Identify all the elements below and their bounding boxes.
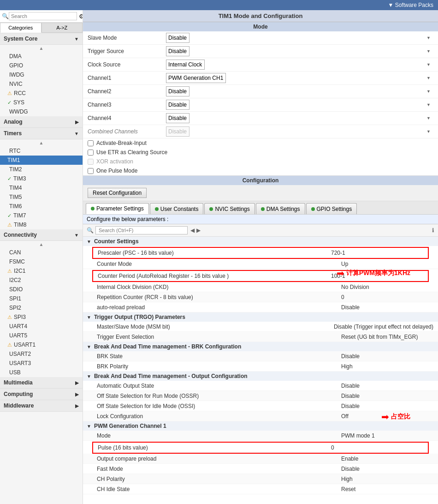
computing-arrow: ▶ bbox=[75, 392, 79, 397]
ossi-value: Disable bbox=[341, 403, 433, 409]
ossi-label: Off State Selection for Idle Mode (OSSI) bbox=[97, 403, 341, 409]
sidebar: 🔍 ⚙ Categories A->Z System Core ▼ ▲ DMA … bbox=[0, 10, 83, 504]
sidebar-item-tim2[interactable]: TIM2 bbox=[0, 165, 83, 174]
use-etr-checkbox[interactable] bbox=[88, 150, 94, 156]
sidebar-item-sdio[interactable]: SDIO bbox=[0, 285, 83, 294]
sidebar-item-uart5[interactable]: UART5 bbox=[0, 331, 83, 340]
section-analog: Analog ▶ bbox=[0, 116, 83, 128]
channel3-label: Channel3 bbox=[88, 102, 166, 108]
tab-nvic-label: NVIC Settings bbox=[215, 206, 249, 212]
section-connectivity: Connectivity ▼ ▲ CAN FSMC I2C1 I2C2 SDIO… bbox=[0, 229, 83, 377]
sidebar-item-tim1[interactable]: TIM1 bbox=[0, 156, 83, 165]
sidebar-item-usart2[interactable]: USART2 bbox=[0, 349, 83, 359]
sidebar-item-can[interactable]: CAN bbox=[0, 248, 83, 257]
search-next-icon[interactable]: ▶ bbox=[196, 227, 201, 234]
connectivity-scroll-up[interactable]: ▲ bbox=[0, 241, 83, 248]
sidebar-item-usart1[interactable]: USART1 bbox=[0, 340, 83, 349]
param-search-input[interactable] bbox=[95, 226, 188, 234]
sidebar-item-rtc[interactable]: RTC bbox=[0, 146, 83, 156]
ossi-row: Off State Selection for Idle Mode (OSSI)… bbox=[83, 401, 438, 411]
group-brk-config[interactable]: ▼ Break And Dead Time management - BRK C… bbox=[83, 342, 438, 351]
reset-configuration-button[interactable]: Reset Configuration bbox=[88, 188, 147, 198]
sidebar-item-tim6[interactable]: TIM6 bbox=[0, 202, 83, 211]
cat-header-middleware[interactable]: Middleware ▶ bbox=[0, 400, 83, 412]
software-packs-label[interactable]: ▼ Software Packs bbox=[388, 2, 433, 8]
channel4-select[interactable]: Disable bbox=[166, 113, 189, 123]
connectivity-arrow: ▼ bbox=[74, 233, 79, 238]
use-etr-label: Use ETR as Clearing Source bbox=[96, 149, 167, 156]
cat-header-system-core[interactable]: System Core ▼ bbox=[0, 33, 83, 45]
cat-header-multimedia[interactable]: Multimedia ▶ bbox=[0, 377, 83, 389]
sidebar-item-spi2[interactable]: SPI2 bbox=[0, 303, 83, 312]
timers-items: RTC TIM1 TIM2 TIM3 TIM4 TIM5 TIM6 TIM7 T… bbox=[0, 146, 83, 229]
slave-mode-select[interactable]: Disable bbox=[166, 33, 189, 43]
combined-channels-select-wrapper: Disable bbox=[166, 126, 433, 137]
cat-header-computing[interactable]: Computing ▶ bbox=[0, 389, 83, 400]
cat-header-analog[interactable]: Analog ▶ bbox=[0, 116, 83, 128]
tab-nvic-settings[interactable]: NVIC Settings bbox=[204, 203, 255, 214]
tab-parameter-settings[interactable]: Parameter Settings bbox=[86, 203, 149, 214]
sidebar-item-tim3[interactable]: TIM3 bbox=[0, 174, 83, 183]
channel3-select[interactable]: Disable bbox=[166, 100, 189, 110]
brk-state-row: BRK State Disable bbox=[83, 351, 438, 361]
msm-value: Disable (Trigger input effect not delaye… bbox=[334, 324, 433, 330]
sidebar-item-uart4[interactable]: UART4 bbox=[0, 322, 83, 331]
cat-header-connectivity[interactable]: Connectivity ▼ bbox=[0, 229, 83, 241]
group-counter-settings[interactable]: ▼ Counter Settings bbox=[83, 237, 438, 246]
activate-break-input-checkbox[interactable] bbox=[88, 140, 94, 146]
sidebar-item-spi3[interactable]: SPI3 bbox=[0, 312, 83, 322]
cat-header-timers[interactable]: Timers ▼ bbox=[0, 128, 83, 139]
sidebar-item-tim7[interactable]: TIM7 bbox=[0, 211, 83, 220]
sidebar-item-fsmc[interactable]: FSMC bbox=[0, 257, 83, 266]
multimedia-arrow: ▶ bbox=[75, 380, 79, 385]
output-compare-label: Output compare preload bbox=[97, 456, 341, 462]
sidebar-item-usart3[interactable]: USART3 bbox=[0, 359, 83, 368]
search-prev-icon[interactable]: ◀ bbox=[190, 227, 195, 234]
tab-user-constants[interactable]: User Constants bbox=[150, 203, 204, 214]
middleware-label: Middleware bbox=[4, 402, 34, 409]
combined-channels-select[interactable]: Disable bbox=[166, 126, 189, 137]
sidebar-item-usb[interactable]: USB bbox=[0, 368, 83, 377]
group-output-config[interactable]: ▼ Break And Dead Time management - Outpu… bbox=[83, 372, 438, 381]
duty-cycle-annotation: ➡ 占空比 bbox=[381, 411, 410, 422]
info-icon[interactable]: ℹ bbox=[432, 227, 434, 234]
auto-output-label: Automatic Output State bbox=[97, 383, 341, 389]
mode-section: Mode Slave Mode Disable Trigger Source D… bbox=[83, 22, 438, 176]
sidebar-gear-icon[interactable]: ⚙ bbox=[79, 13, 83, 20]
sidebar-item-sys[interactable]: SYS bbox=[0, 98, 83, 107]
duty-cycle-label: 占空比 bbox=[391, 413, 410, 421]
tab-gpio-settings[interactable]: GPIO Settings bbox=[306, 203, 357, 214]
sidebar-item-spi1[interactable]: SPI1 bbox=[0, 294, 83, 303]
sidebar-search-input[interactable] bbox=[9, 12, 77, 20]
one-pulse-mode-checkbox[interactable] bbox=[88, 168, 94, 174]
trigger-source-select[interactable]: Disable bbox=[166, 46, 189, 56]
sidebar-item-tim8[interactable]: TIM8 bbox=[0, 220, 83, 229]
fast-mode-value: Disable bbox=[341, 466, 433, 472]
sidebar-item-wwdg[interactable]: WWDG bbox=[0, 107, 83, 116]
lock-config-label: Lock Configuration bbox=[97, 413, 341, 420]
clock-source-select[interactable]: Internal Clock bbox=[166, 60, 205, 70]
sidebar-tab-az[interactable]: A->Z bbox=[41, 23, 83, 33]
group-pwm-ch1[interactable]: ▼ PWM Generation Channel 1 bbox=[83, 421, 438, 431]
sidebar-item-rcc[interactable]: RCC bbox=[0, 89, 83, 98]
param-search-icon: 🔍 bbox=[87, 227, 94, 234]
sidebar-item-iwdg[interactable]: IWDG bbox=[0, 70, 83, 79]
sidebar-item-i2c2[interactable]: I2C2 bbox=[0, 276, 83, 285]
param-search-bar: 🔍 ◀ ▶ ℹ bbox=[83, 224, 438, 237]
group-trigger-output[interactable]: ▼ Trigger Output (TRGO) Parameters bbox=[83, 312, 438, 322]
system-core-scroll-up[interactable]: ▲ bbox=[0, 45, 83, 52]
connectivity-label: Connectivity bbox=[4, 232, 37, 238]
sidebar-item-nvic[interactable]: NVIC bbox=[0, 79, 83, 89]
sidebar-item-dma[interactable]: DMA bbox=[0, 52, 83, 61]
xor-activation-checkbox[interactable] bbox=[88, 159, 94, 165]
sidebar-item-tim4[interactable]: TIM4 bbox=[0, 183, 83, 192]
sidebar-item-tim5[interactable]: TIM5 bbox=[0, 192, 83, 202]
tab-dma-settings[interactable]: DMA Settings bbox=[256, 203, 305, 214]
sidebar-tab-categories[interactable]: Categories bbox=[0, 23, 41, 33]
main-content: TIM1 Mode and Configuration Mode Slave M… bbox=[83, 10, 438, 504]
sidebar-item-gpio[interactable]: GPIO bbox=[0, 61, 83, 70]
timers-scroll-up[interactable]: ▲ bbox=[0, 139, 83, 146]
channel2-select[interactable]: Disable bbox=[166, 86, 189, 96]
channel1-select[interactable]: PWM Generation CH1 bbox=[166, 73, 226, 83]
sidebar-item-i2c1[interactable]: I2C1 bbox=[0, 266, 83, 276]
